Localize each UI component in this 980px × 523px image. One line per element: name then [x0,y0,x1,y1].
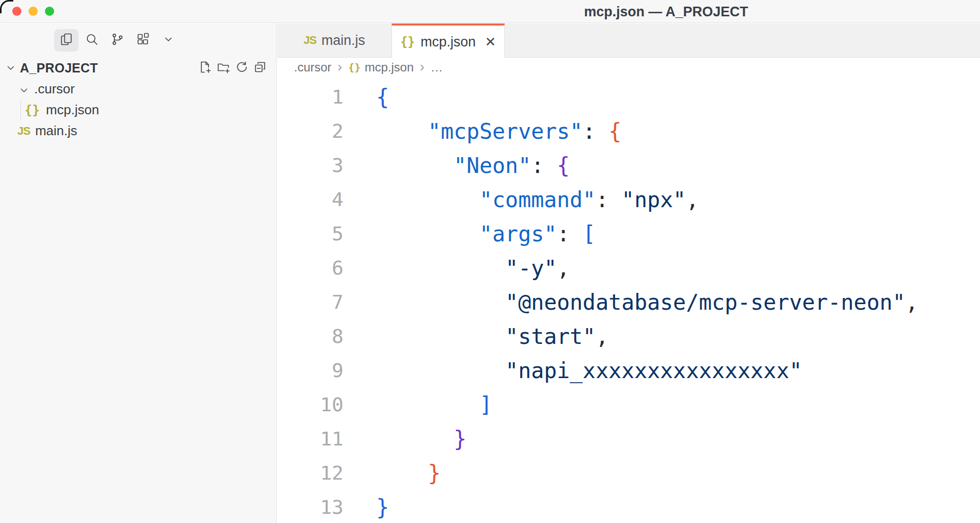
chevron-down-icon [5,62,16,73]
titlebar: mcp.json — A_PROJECT [0,0,980,23]
line-number[interactable]: 7 [277,285,344,319]
search-activity-button[interactable] [80,29,104,52]
line-number[interactable]: 6 [277,251,344,285]
chevron-down-icon [161,32,176,48]
new-folder-button[interactable] [214,59,232,77]
editor-pane: JS main.js {} mcp.json ✕ .cursor › {} mc… [277,23,980,523]
collapse-all-button[interactable] [251,59,269,77]
activity-bar [0,23,276,57]
file-name: main.js [35,123,77,139]
js-file-icon: JS [17,124,30,138]
tree-item-cursor-folder[interactable]: .cursor [0,79,276,99]
line-number[interactable]: 13 [277,490,344,523]
file-name: mcp.json [46,102,99,118]
close-window-button[interactable] [12,7,21,16]
refresh-button[interactable] [232,59,251,77]
files-icon [59,32,74,48]
code-line[interactable]: 7 "@neondatabase/mcp-server-neon", [277,285,980,319]
source-control-icon [110,32,125,48]
json-file-icon: {} [400,35,415,49]
explorer-activity-button[interactable] [54,29,79,52]
close-tab-button[interactable]: ✕ [485,34,496,50]
code-line[interactable]: 6 "-y", [277,251,980,285]
code-text[interactable]: "mcpServers": { [344,114,621,148]
code-text[interactable]: ] [344,388,493,422]
new-file-icon [198,60,212,76]
code-area[interactable]: 1{2 "mcpServers": {3 "Neon": {4 "command… [277,77,980,523]
code-line[interactable]: 10 ] [277,388,980,422]
code-line[interactable]: 11 } [277,422,980,456]
tree-item-main-js[interactable]: JS main.js [0,120,276,141]
code-text[interactable]: "command": "npx", [344,183,699,217]
json-file-icon: {} [348,61,360,73]
code-line[interactable]: 4 "command": "npx", [277,183,980,217]
file-tree: .cursor {} mcp.json JS main.js [0,79,276,141]
project-root-label: A_PROJECT [20,61,98,76]
traffic-lights [12,7,54,16]
refresh-icon [235,60,249,76]
code-line[interactable]: 1{ [277,80,980,114]
code-text[interactable]: "args": [ [344,217,596,251]
code-line[interactable]: 5 "args": [ [277,217,980,251]
indent-guide [20,99,21,120]
code-text[interactable]: { [344,80,389,114]
extensions-activity-button[interactable] [131,29,155,52]
line-number[interactable]: 1 [277,80,344,114]
json-file-icon: {} [24,103,40,117]
line-number[interactable]: 8 [277,319,344,354]
tab-bar: JS main.js {} mcp.json ✕ [277,23,980,58]
collapse-all-icon [253,60,267,76]
line-number[interactable]: 5 [277,217,344,251]
tab-main-js[interactable]: JS main.js [277,23,391,57]
code-line[interactable]: 8 "start", [277,319,980,354]
code-text[interactable]: "@neondatabase/mcp-server-neon", [344,285,918,319]
chevron-right-icon: › [420,60,425,74]
tab-label: main.js [322,33,365,48]
tree-item-mcp-json[interactable]: {} mcp.json [0,99,276,120]
extensions-icon [136,32,150,48]
code-line[interactable]: 12 } [277,456,980,490]
code-line[interactable]: 2 "mcpServers": { [277,114,980,148]
folder-name: .cursor [34,81,75,97]
line-number[interactable]: 11 [277,422,344,456]
code-text[interactable]: } [344,456,440,490]
line-number[interactable]: 3 [277,148,344,183]
minimize-window-button[interactable] [29,7,38,16]
new-folder-icon [216,60,230,76]
chevron-down-icon [18,84,30,95]
code-text[interactable]: "start", [344,319,608,354]
breadcrumb: .cursor › {} mcp.json › … [277,58,980,77]
explorer-section-header[interactable]: A_PROJECT [0,57,276,79]
zoom-window-button[interactable] [45,7,54,16]
new-file-button[interactable] [195,59,214,77]
code-text[interactable]: "-y", [344,251,570,285]
line-number[interactable]: 12 [277,456,344,490]
code-line[interactable]: 13} [277,490,980,523]
sidebar: A_PROJECT [0,23,277,523]
line-number[interactable]: 2 [277,114,344,148]
code-line[interactable]: 9 "napi_xxxxxxxxxxxxxxxx" [277,354,980,388]
js-file-icon: JS [304,34,316,47]
source-control-activity-button[interactable] [105,29,130,52]
code-line[interactable]: 3 "Neon": { [277,148,980,183]
line-number[interactable]: 4 [277,183,344,217]
breadcrumb-item-symbol[interactable]: … [431,60,443,74]
code-text[interactable]: "napi_xxxxxxxxxxxxxxxx" [344,354,802,388]
chevron-right-icon: › [337,60,342,74]
app-window: mcp.json — A_PROJECT [0,0,980,523]
code-text[interactable]: } [344,490,389,523]
tab-label: mcp.json [421,34,476,50]
more-views-button[interactable] [156,29,181,52]
search-icon [85,32,99,48]
window-title: mcp.json — A_PROJECT [584,4,748,20]
tab-mcp-json[interactable]: {} mcp.json ✕ [391,23,505,58]
line-number[interactable]: 9 [277,354,344,388]
breadcrumb-item-cursor[interactable]: .cursor [294,60,331,74]
code-text[interactable]: } [344,422,467,456]
breadcrumb-item-mcp-json[interactable]: {} mcp.json [348,60,413,74]
line-number[interactable]: 10 [277,388,344,422]
code-text[interactable]: "Neon": { [344,148,570,183]
